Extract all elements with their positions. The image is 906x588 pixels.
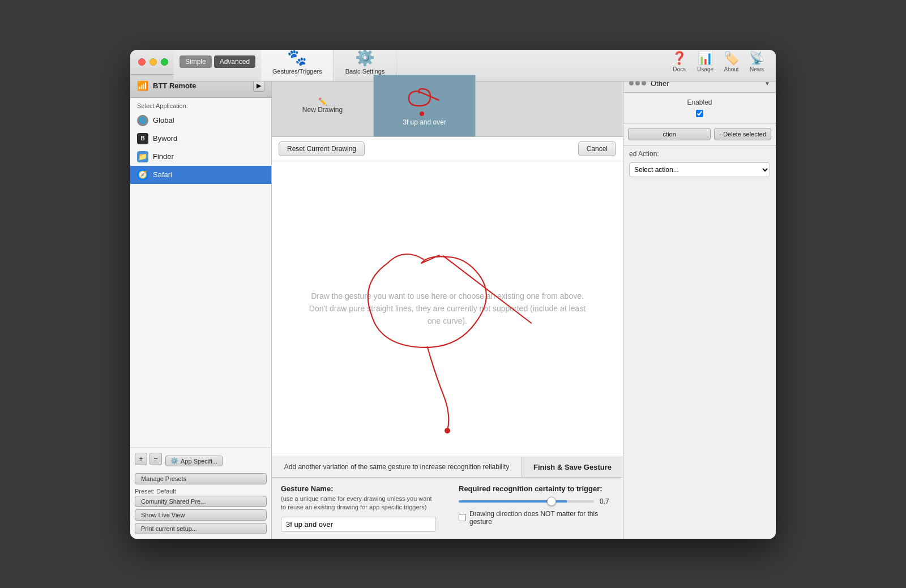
traffic-lights [130, 58, 168, 66]
certainty-section: Required recognition certainty to trigge… [459, 484, 614, 532]
remove-app-button[interactable]: − [149, 453, 162, 465]
byword-icon: B [137, 133, 148, 144]
drawing-canvas[interactable]: Draw the gesture you want to use here or… [272, 161, 623, 457]
enabled-checkbox-container [629, 110, 770, 117]
usage-item[interactable]: 📊 Usage [697, 51, 713, 72]
news-item[interactable]: 📡 News [749, 51, 764, 72]
certainty-slider-row: 0.7 [459, 497, 614, 505]
action-button[interactable]: ction [628, 128, 711, 140]
sidebar-title: BTT Remote [153, 81, 249, 90]
simple-button[interactable]: Simple [180, 55, 212, 68]
right-panel-actions: ction - Delete selected [623, 123, 776, 145]
direction-label: Drawing direction does NOT matter for th… [469, 510, 614, 526]
assigned-action-label: ed Action: [623, 145, 776, 160]
cancel-button[interactable]: Cancel [578, 141, 616, 156]
safari-icon: 🧭 [137, 169, 148, 181]
global-label: Global [153, 116, 174, 125]
docs-item[interactable]: ❓ Docs [672, 51, 687, 72]
app-specific-button[interactable]: ⚙️ App Specifi... [165, 456, 223, 466]
mode-segment: Simple Advanced [174, 50, 261, 81]
direction-checkbox[interactable] [459, 514, 466, 521]
global-icon: 🌐 [137, 115, 148, 126]
direction-checkbox-row: Drawing direction does NOT matter for th… [459, 510, 614, 526]
maximize-button[interactable] [161, 58, 168, 66]
gesture-name-sublabel: (use a unique name for every drawing unl… [281, 495, 436, 512]
new-drawing-icon: ✏️ [318, 97, 327, 106]
sidebar-item-byword[interactable]: B Byword [130, 130, 271, 148]
gesture-tab-new[interactable]: ✏️ New Drawing [272, 75, 374, 136]
sidebar-toggle-btn[interactable]: ▶ [253, 80, 264, 92]
select-application-label: Select Application: [130, 98, 271, 111]
new-drawing-label: New Drawing [302, 106, 343, 114]
print-button[interactable]: Print current setup... [135, 523, 267, 534]
certainty-value: 0.7 [600, 497, 614, 505]
safari-label: Safari [153, 170, 172, 179]
bottom-actions: Add another variation of the same gestur… [272, 457, 623, 478]
gesture-drawing-svg [272, 161, 623, 457]
gesture-tabs: ✏️ New Drawing 3f up and over [272, 75, 623, 137]
right-panel: Other ▼ Enabled ction - Delete selected … [623, 75, 776, 539]
sidebar-item-global[interactable]: 🌐 Global [130, 111, 271, 130]
titlebar: Simple Advanced 🐾 Gestures/Triggers ⚙️ B… [130, 50, 776, 75]
chart-icon: 📊 [698, 51, 713, 66]
center-panel: ✏️ New Drawing 3f up and over Reset Curr… [272, 75, 623, 539]
docs-label: Docs [673, 66, 686, 72]
gestures-triggers-label: Gestures/Triggers [272, 68, 322, 75]
app-list: 🌐 Global B Byword 📁 Finder 🧭 Safari [130, 111, 271, 448]
main-content: 📶 BTT Remote ▶ Select Application: 🌐 Glo… [130, 75, 776, 539]
news-label: News [750, 66, 764, 72]
sidebar: 📶 BTT Remote ▶ Select Application: 🌐 Glo… [130, 75, 272, 539]
sidebar-item-safari[interactable]: 🧭 Safari [130, 166, 271, 184]
signal-icon: 📡 [749, 51, 764, 66]
delete-button[interactable]: - Delete selected [714, 128, 771, 140]
gesture-name-label: Gesture Name: [281, 484, 436, 493]
paw-icon: 🐾 [287, 50, 307, 67]
bottom-bar: Add another variation of the same gestur… [272, 457, 623, 539]
finder-label: Finder [153, 152, 174, 161]
preset-label: Preset: Default [135, 487, 267, 496]
gesture-name-input[interactable] [281, 517, 436, 532]
gesture-tab-label: 3f up and over [403, 118, 446, 126]
advanced-button[interactable]: Advanced [214, 55, 255, 68]
dots-icon [629, 81, 646, 85]
sidebar-item-finder[interactable]: 📁 Finder [130, 148, 271, 166]
sidebar-bottom: + − ⚙️ App Specifi... Manage Presets Pre… [130, 448, 271, 539]
tag-icon: 🏷️ [724, 51, 739, 66]
action-select[interactable]: Select action... [629, 162, 770, 177]
basic-settings-label: Basic Settings [345, 68, 385, 75]
manage-presets-button[interactable]: Manage Presets [135, 473, 267, 484]
gesture-name-section: Gesture Name: (use a unique name for eve… [281, 484, 436, 532]
about-item[interactable]: 🏷️ About [724, 51, 739, 72]
gear-icon: ⚙️ [355, 50, 375, 67]
question-icon: ❓ [672, 51, 687, 66]
live-view-button[interactable]: Show Live View [135, 509, 267, 521]
add-remove-btns: + − [135, 453, 162, 465]
byword-label: Byword [153, 134, 177, 143]
toolbar-right: ❓ Docs 📊 Usage 🏷️ About 📡 News [672, 50, 776, 81]
enabled-checkbox[interactable] [696, 110, 703, 117]
bottom-form: Gesture Name: (use a unique name for eve… [272, 478, 623, 539]
enabled-section: Enabled [623, 93, 776, 123]
finish-save-button[interactable]: Finish & Save Gesture [522, 457, 623, 477]
gesture-tab-active[interactable]: 3f up and over [374, 75, 476, 136]
svg-point-1 [445, 428, 450, 434]
close-button[interactable] [138, 58, 146, 66]
drawing-area: Reset Current Drawing Cancel Draw the ge… [272, 137, 623, 457]
app-specific-label: App Specifi... [181, 458, 217, 465]
minimize-button[interactable] [149, 58, 157, 66]
certainty-slider[interactable] [459, 500, 594, 503]
reset-drawing-button[interactable]: Reset Current Drawing [279, 141, 365, 156]
finder-icon: 📁 [137, 151, 148, 162]
certainty-label: Required recognition certainty to trigge… [459, 484, 614, 493]
add-app-button[interactable]: + [135, 453, 147, 465]
add-variation-button[interactable]: Add another variation of the same gestur… [272, 457, 522, 477]
community-button[interactable]: Comunity Shared Pre... [135, 496, 267, 507]
wifi-icon: 📶 [137, 80, 148, 91]
gesture-preview-svg [402, 84, 447, 118]
drawing-toolbar: Reset Current Drawing Cancel [272, 137, 623, 161]
about-label: About [724, 66, 738, 72]
svg-point-0 [420, 111, 424, 116]
usage-label: Usage [697, 66, 713, 72]
enabled-label: Enabled [629, 98, 770, 106]
app-window: Simple Advanced 🐾 Gestures/Triggers ⚙️ B… [130, 50, 776, 539]
